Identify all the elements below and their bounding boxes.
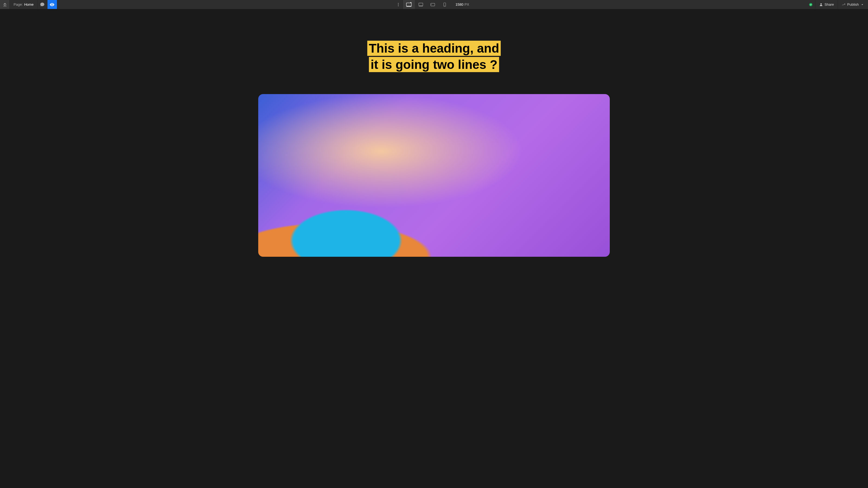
svg-point-1 (398, 3, 399, 4)
upload-button[interactable] (0, 0, 10, 9)
svg-point-12 (444, 6, 445, 6)
heading-line-2: it is going two lines ? (369, 57, 499, 72)
heading-line-1: This is a heading, and (367, 41, 501, 56)
svg-point-14 (820, 3, 822, 5)
svg-point-13 (809, 3, 812, 6)
comment-icon (40, 2, 45, 7)
checkmark-circle-icon (809, 3, 813, 6)
top-toolbar: Page: Home (0, 0, 868, 9)
svg-rect-4 (406, 3, 411, 6)
person-icon (819, 3, 823, 6)
share-label: Share (825, 2, 834, 6)
svg-rect-7 (419, 3, 423, 6)
heading-block[interactable]: This is a heading, and it is going two l… (367, 40, 501, 73)
hero-image[interactable] (258, 94, 610, 257)
share-button[interactable]: Share (815, 0, 838, 9)
page-selector[interactable]: Page: Home (10, 0, 38, 9)
desktop-large-button[interactable] (403, 0, 415, 9)
toolbar-right-group: Share Publish (807, 0, 868, 9)
page-canvas[interactable]: This is a heading, and it is going two l… (220, 9, 648, 488)
upload-icon (2, 2, 7, 7)
comments-button[interactable] (38, 0, 48, 9)
viewport-width-value: 1580 (456, 2, 463, 6)
desktop-icon (418, 2, 424, 7)
more-vertical-icon (396, 2, 400, 7)
publish-icon (842, 3, 845, 6)
svg-point-3 (398, 5, 399, 6)
viewport-width-unit: PX (464, 2, 469, 6)
mobile-icon (442, 2, 447, 7)
preview-button[interactable] (48, 0, 57, 9)
more-options-button[interactable] (394, 0, 403, 9)
tablet-icon (430, 2, 435, 7)
chevron-down-icon (860, 3, 864, 6)
svg-point-2 (398, 4, 399, 5)
svg-point-10 (431, 4, 432, 5)
eye-icon (50, 2, 55, 7)
publish-button[interactable]: Publish (838, 0, 868, 9)
viewport-size-display[interactable]: 1580 PX (451, 0, 474, 9)
tablet-button[interactable] (427, 0, 439, 9)
status-indicator[interactable] (807, 0, 815, 9)
desktop-button[interactable] (415, 0, 427, 9)
toolbar-left-group: Page: Home (0, 0, 57, 9)
device-breakpoint-group (403, 0, 451, 9)
page-label: Page: (13, 2, 23, 6)
desktop-star-icon (406, 2, 412, 8)
toolbar-center-group: 1580 PX (394, 0, 474, 9)
publish-label: Publish (847, 2, 859, 6)
page-value: Home (24, 2, 34, 6)
svg-rect-0 (3, 6, 6, 6)
canvas-viewport[interactable]: This is a heading, and it is going two l… (0, 9, 868, 488)
mobile-button[interactable] (439, 0, 451, 9)
